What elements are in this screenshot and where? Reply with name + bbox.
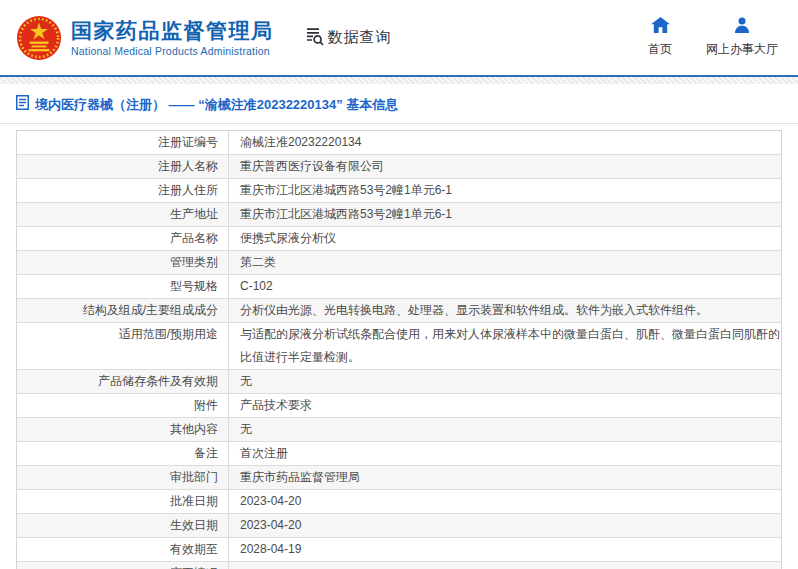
row-label: 生产地址 (17, 203, 229, 226)
table-row: 变更情况 (17, 562, 781, 569)
nav-service-hall[interactable]: 网上办事大厅 (706, 17, 778, 58)
table-row: 产品名称便携式尿液分析仪 (17, 227, 781, 251)
row-label: 管理类别 (17, 251, 229, 274)
row-label: 有效期至 (17, 538, 229, 561)
row-value: 无 (229, 370, 781, 393)
row-value: 重庆市江北区港城西路53号2幢1单元6-1 (229, 179, 781, 202)
row-value: 与适配的尿液分析试纸条配合使用，用来对人体尿液样本中的微量白蛋白、肌酐、微量白蛋… (229, 323, 781, 369)
row-label: 产品名称 (17, 227, 229, 250)
row-label: 批准日期 (17, 490, 229, 513)
breadcrumb: 境内医疗器械（注册） —— “渝械注准20232220134” 基本信息 (0, 84, 798, 124)
row-label: 生效日期 (17, 514, 229, 537)
row-value: C-102 (229, 275, 781, 298)
home-icon (651, 17, 670, 37)
row-label: 型号规格 (17, 275, 229, 298)
row-label: 注册人住所 (17, 179, 229, 202)
row-value: 渝械注准20232220134 (229, 131, 781, 154)
table-row: 型号规格C-102 (17, 275, 781, 299)
row-value: 重庆市江北区港城西路53号2幢1单元6-1 (229, 203, 781, 226)
table-row: 产品储存条件及有效期无 (17, 370, 781, 394)
info-table: 注册证编号渝械注准20232220134注册人名称重庆普西医疗设备有限公司注册人… (16, 130, 782, 569)
national-emblem-logo (16, 15, 62, 61)
row-label: 注册证编号 (17, 131, 229, 154)
document-icon (16, 95, 29, 114)
site-header: 国家药品监督管理局 National Medical Products Admi… (0, 0, 798, 75)
row-value: 无 (229, 418, 781, 441)
brand-text: 国家药品监督管理局 National Medical Products Admi… (71, 19, 274, 57)
row-value: 首次注册 (229, 442, 781, 465)
row-label: 注册人名称 (17, 155, 229, 178)
row-label: 附件 (17, 394, 229, 417)
person-icon (734, 17, 750, 37)
table-row: 审批部门重庆市药品监督管理局 (17, 466, 781, 490)
nav-home-label: 首页 (648, 41, 672, 58)
data-query[interactable]: 数据查询 (304, 26, 392, 50)
hatched-strip (0, 77, 798, 84)
row-label: 其他内容 (17, 418, 229, 441)
data-query-label: 数据查询 (328, 28, 392, 47)
table-row: 生效日期2023-04-20 (17, 514, 781, 538)
row-value: 重庆普西医疗设备有限公司 (229, 155, 781, 178)
row-value: 2028-04-19 (229, 538, 781, 561)
row-label: 产品储存条件及有效期 (17, 370, 229, 393)
brand: 国家药品监督管理局 National Medical Products Admi… (16, 15, 274, 61)
table-row: 生产地址重庆市江北区港城西路53号2幢1单元6-1 (17, 203, 781, 227)
table-row: 注册人名称重庆普西医疗设备有限公司 (17, 155, 781, 179)
site-subtitle: National Medical Products Administration (71, 45, 274, 57)
table-row: 管理类别第二类 (17, 251, 781, 275)
row-value: 重庆市药品监督管理局 (229, 466, 781, 489)
row-label: 结构及组成/主要组成成分 (17, 299, 229, 322)
row-value: 第二类 (229, 251, 781, 274)
nav-home[interactable]: 首页 (648, 17, 672, 58)
top-nav: 首页 网上办事大厅 (614, 17, 778, 58)
table-row: 其他内容无 (17, 418, 781, 442)
row-value: 产品技术要求 (229, 394, 781, 417)
row-label: 备注 (17, 442, 229, 465)
row-value: 2023-04-20 (229, 490, 781, 513)
nav-service-hall-label: 网上办事大厅 (706, 41, 778, 58)
table-row: 备注首次注册 (17, 442, 781, 466)
row-value: 便携式尿液分析仪 (229, 227, 781, 250)
row-label: 审批部门 (17, 466, 229, 489)
row-label: 适用范围/预期用途 (17, 323, 229, 369)
data-query-icon (304, 26, 324, 50)
table-row: 有效期至2028-04-19 (17, 538, 781, 562)
row-label: 变更情况 (17, 562, 229, 569)
breadcrumb-text: 境内医疗器械（注册） —— “渝械注准20232220134” 基本信息 (35, 96, 398, 114)
table-row: 附件产品技术要求 (17, 394, 781, 418)
row-value: 2023-04-20 (229, 514, 781, 537)
table-row: 批准日期2023-04-20 (17, 490, 781, 514)
site-title: 国家药品监督管理局 (71, 19, 274, 43)
table-row: 注册人住所重庆市江北区港城西路53号2幢1单元6-1 (17, 179, 781, 203)
row-value (229, 562, 781, 569)
row-value: 分析仪由光源、光电转换电路、处理器、显示装置和软件组成。软件为嵌入式软件组件。 (229, 299, 781, 322)
table-row: 注册证编号渝械注准20232220134 (17, 131, 781, 155)
table-row: 结构及组成/主要组成成分分析仪由光源、光电转换电路、处理器、显示装置和软件组成。… (17, 299, 781, 323)
table-row: 适用范围/预期用途与适配的尿液分析试纸条配合使用，用来对人体尿液样本中的微量白蛋… (17, 323, 781, 370)
